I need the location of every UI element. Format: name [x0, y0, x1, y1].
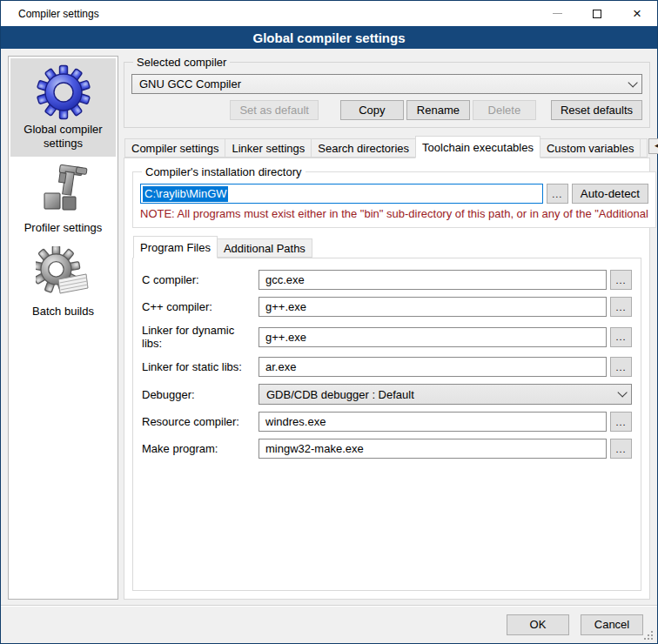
installation-directory-legend: Compiler's installation directory — [142, 165, 306, 178]
field-row-c-compiler: C compiler: gcc.exe ... — [142, 270, 632, 290]
dialog-footer: OK Cancel — [1, 605, 657, 643]
settings-sidebar: Global compiler settings — [8, 56, 118, 600]
field-row-debugger: Debugger: GDB/CDB debugger : Default — [142, 384, 632, 405]
main-panel: Selected compiler GNU GCC Compiler Set a… — [124, 56, 650, 600]
field-value: windres.exe — [265, 415, 326, 428]
installation-directory-note: NOTE: All programs must exist either in … — [140, 207, 648, 220]
gray-gear-stack-icon — [36, 246, 91, 302]
compiler-select-value: GNU GCC Compiler — [139, 77, 628, 91]
sidebar-item-label: Batch builds — [32, 305, 94, 319]
sidebar-item-batch-builds[interactable]: Batch builds — [10, 240, 116, 324]
minimize-button[interactable] — [537, 1, 577, 26]
banner-title: Global compiler settings — [252, 30, 405, 45]
field-value: g++.exe — [265, 331, 306, 344]
tab-build-options[interactable]: Build options — [640, 138, 648, 158]
compiler-buttons-row: Set as default Copy Rename Delete Reset … — [131, 100, 642, 120]
tab-scroll-left-button[interactable]: ◄ — [648, 138, 658, 154]
window-title: Compiler settings — [1, 8, 99, 20]
field-row-make-program: Make program: mingw32-make.exe ... — [142, 439, 632, 459]
window-controls: × — [537, 1, 657, 26]
linker-static-browse-button[interactable]: ... — [610, 357, 632, 377]
rename-button[interactable]: Rename — [406, 100, 470, 120]
resource-compiler-browse-button[interactable]: ... — [610, 412, 632, 432]
resource-compiler-input[interactable]: windres.exe — [258, 412, 607, 432]
installation-directory-browse-button[interactable]: ... — [547, 184, 568, 204]
tab-program-files[interactable]: Program Files — [133, 236, 218, 258]
delete-button[interactable]: Delete — [473, 100, 536, 120]
make-program-browse-button[interactable]: ... — [610, 439, 632, 459]
field-row-cpp-compiler: C++ compiler: g++.exe ... — [142, 297, 632, 317]
linker-static-input[interactable]: ar.exe — [258, 357, 607, 377]
sidebar-item-global-compiler-settings[interactable]: Global compiler settings — [10, 58, 116, 157]
maximize-icon — [593, 10, 601, 18]
installation-directory-value: C:\raylib\MinGW — [143, 186, 228, 202]
program-files-panel: C compiler: gcc.exe ... C++ compiler: g+… — [132, 258, 641, 591]
minimize-icon — [553, 13, 562, 14]
cancel-button[interactable]: Cancel — [581, 614, 643, 635]
field-row-linker-dynamic: Linker for dynamic libs: g++.exe ... — [142, 324, 632, 350]
installation-directory-row: C:\raylib\MinGW ... Auto-detect — [140, 184, 648, 204]
tab-scroll-arrows: ◄ ► — [648, 138, 658, 154]
chevron-down-icon — [617, 387, 627, 397]
reset-defaults-button[interactable]: Reset defaults — [551, 100, 642, 120]
field-label: Linker for static libs: — [142, 360, 258, 373]
selected-compiler-group: Selected compiler GNU GCC Compiler Set a… — [124, 56, 650, 128]
installation-directory-group: Compiler's installation directory C:\ray… — [132, 165, 656, 228]
tab-additional-paths[interactable]: Additional Paths — [217, 238, 312, 258]
field-value: gcc.exe — [265, 273, 305, 286]
field-row-linker-static: Linker for static libs: ar.exe ... — [142, 357, 632, 377]
copy-button[interactable]: Copy — [340, 100, 404, 120]
toolchain-executables-panel: Compiler's installation directory C:\ray… — [124, 158, 650, 600]
installation-directory-input[interactable]: C:\raylib\MinGW — [140, 184, 543, 204]
maximize-button[interactable] — [577, 1, 617, 26]
field-label: Debugger: — [142, 388, 258, 401]
field-label: Resource compiler: — [142, 415, 258, 428]
field-label: Linker for dynamic libs: — [142, 324, 258, 350]
compiler-select[interactable]: GNU GCC Compiler — [131, 74, 642, 94]
dialog-content: Global compiler settings — [1, 49, 657, 605]
chevron-down-icon — [628, 77, 637, 87]
c-compiler-browse-button[interactable]: ... — [610, 270, 632, 290]
make-program-input[interactable]: mingw32-make.exe — [258, 439, 607, 459]
compiler-settings-dialog: Compiler settings × Global compiler sett… — [0, 0, 658, 644]
tab-custom-variables[interactable]: Custom variables — [540, 138, 641, 158]
cpp-compiler-browse-button[interactable]: ... — [610, 297, 632, 317]
program-files-tabstrip: Program Files Additional Paths — [132, 236, 641, 258]
selected-compiler-legend: Selected compiler — [133, 56, 230, 69]
close-icon: × — [633, 6, 641, 21]
dialog-banner: Global compiler settings — [1, 26, 657, 49]
sidebar-item-label: Global compiler settings — [12, 123, 114, 151]
caliper-blocks-icon — [36, 163, 91, 218]
debugger-select[interactable]: GDB/CDB debugger : Default — [258, 384, 632, 405]
field-value: mingw32-make.exe — [265, 442, 364, 455]
field-value: ar.exe — [265, 360, 296, 373]
ok-button[interactable]: OK — [507, 614, 569, 635]
field-label: Make program: — [142, 442, 258, 455]
tab-search-directories[interactable]: Search directories — [311, 138, 416, 158]
resize-grip[interactable] — [651, 638, 653, 640]
field-label: C++ compiler: — [142, 300, 258, 313]
arrow-left-icon: ◄ — [653, 142, 658, 150]
title-bar[interactable]: Compiler settings × — [1, 1, 657, 26]
linker-dynamic-browse-button[interactable]: ... — [610, 327, 632, 347]
sidebar-item-label: Profiler settings — [24, 221, 103, 235]
tab-linker-settings[interactable]: Linker settings — [225, 138, 312, 158]
c-compiler-input[interactable]: gcc.exe — [258, 270, 607, 290]
cpp-compiler-input[interactable]: g++.exe — [258, 297, 607, 317]
sidebar-item-profiler-settings[interactable]: Profiler settings — [10, 157, 116, 240]
field-label: C compiler: — [142, 273, 258, 286]
tab-compiler-settings[interactable]: Compiler settings — [124, 138, 225, 158]
set-as-default-button[interactable]: Set as default — [230, 100, 319, 120]
auto-detect-button[interactable]: Auto-detect — [572, 184, 648, 204]
field-row-resource-compiler: Resource compiler: windres.exe ... — [142, 412, 632, 432]
debugger-select-value: GDB/CDB debugger : Default — [266, 388, 617, 401]
close-button[interactable]: × — [617, 1, 657, 26]
linker-dynamic-input[interactable]: g++.exe — [258, 327, 607, 347]
settings-tabstrip: Compiler settings Linker settings Search… — [124, 136, 650, 158]
tab-toolchain-executables[interactable]: Toolchain executables — [415, 136, 540, 158]
field-value: g++.exe — [265, 300, 306, 313]
blue-gear-icon — [36, 64, 91, 120]
